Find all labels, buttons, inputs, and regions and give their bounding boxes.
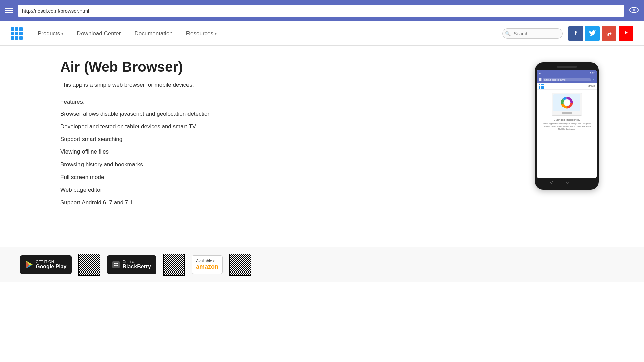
main-content: Air (Web Browser) This app is a simple w… — [0, 46, 644, 247]
blackberry-name: BlackBerry — [122, 264, 151, 270]
google-play-name: Google Play — [36, 264, 66, 270]
phone-recent-icon: □ — [581, 180, 584, 185]
phone-url-text: http://nosql.co.nf/#bi — [543, 78, 591, 81]
phone-time: 5:02 — [590, 72, 595, 74]
googleplus-icon: g+ — [606, 31, 612, 36]
feature-item: Browsing history and bookmarks — [60, 161, 517, 169]
nav-search-area — [502, 28, 563, 39]
twitter-icon — [589, 29, 596, 37]
feature-item: Full screen mode — [60, 173, 517, 181]
phone-screen: ▪▪ 5:02 ☰ http://nosql.co.nf/#bi ✓ — [537, 70, 597, 178]
nav-documentation[interactable]: Documentation — [127, 21, 179, 46]
svg-point-17 — [115, 265, 117, 266]
svg-rect-12 — [112, 261, 120, 268]
nav-resources[interactable]: Resources ▾ — [179, 21, 223, 46]
phone-content-area: Business Intelligence. Mobile applicatio… — [537, 90, 597, 178]
feature-item: Support Android 6, 7 and 7.1 — [60, 199, 517, 207]
youtube-button[interactable] — [619, 26, 633, 41]
phone-mockup: ▪▪ 5:02 ☰ http://nosql.co.nf/#bi ✓ — [535, 62, 599, 190]
svg-point-2 — [633, 9, 635, 11]
search-input[interactable] — [502, 28, 563, 39]
phone-status-bar: ▪▪ 5:02 — [537, 70, 597, 76]
phone-bi-desc: Mobile application to build your BI logi… — [540, 123, 594, 130]
google-play-icon — [25, 260, 33, 269]
browser-chrome: http://nosql.co.nf/browser.html — [0, 0, 644, 21]
amazon-qr — [229, 254, 251, 276]
eye-icon[interactable] — [629, 6, 639, 15]
feature-item: Support smart searching — [60, 135, 517, 143]
phone-home-icon: ○ — [566, 180, 569, 185]
amazon-button[interactable]: Available at amazon — [192, 255, 223, 274]
google-play-button[interactable]: GET IT ON Google Play — [20, 255, 72, 274]
feature-item: Browser allows disable javascript and ge… — [60, 110, 517, 118]
blackberry-icon — [112, 261, 120, 268]
url-bar[interactable]: http://nosql.co.nf/browser.html — [18, 5, 624, 17]
blackberry-button[interactable]: Get it at BlackBerry — [107, 255, 156, 274]
google-play-qr — [78, 254, 100, 276]
content-right: ▪▪ 5:02 ☰ http://nosql.co.nf/#bi ✓ — [530, 59, 604, 233]
phone-nav-area: MENU — [537, 83, 597, 90]
navigation-bar: Products ▾ Download Center Documentation… — [0, 21, 644, 46]
google-play-label: GET IT ON — [36, 260, 66, 264]
phone-notch — [557, 66, 577, 68]
features-label: Features: — [60, 99, 517, 105]
search-wrap — [502, 28, 563, 39]
amazon-label: Available at — [196, 259, 218, 263]
phone-menu-label: MENU — [588, 85, 595, 87]
social-icons: f g+ — [568, 26, 633, 41]
blackberry-text-col: Get it at BlackBerry — [122, 260, 151, 270]
amazon-logo: amazon — [196, 263, 218, 270]
svg-point-15 — [117, 263, 118, 264]
phone-checkmark-icon: ✓ — [592, 78, 595, 81]
features-list: Browser allows disable javascript and ge… — [60, 110, 517, 206]
feature-item: Developed and tested on tablet devices a… — [60, 123, 517, 131]
feature-item: Web page editor — [60, 186, 517, 194]
logo-icon[interactable] — [11, 27, 23, 40]
phone-menu-icon: ☰ — [539, 78, 542, 81]
phone-back-icon: ◁ — [550, 180, 553, 185]
phone-monitor-wrap — [552, 93, 582, 116]
facebook-icon: f — [575, 30, 577, 37]
phone-monitor-screen — [553, 94, 580, 111]
page-title: Air (Web Browser) — [60, 59, 517, 75]
phone-monitor-stand — [562, 112, 572, 114]
svg-point-16 — [114, 265, 115, 266]
phone-url-bar: ☰ http://nosql.co.nf/#bi ✓ — [537, 76, 597, 83]
amazon-text-col: Available at amazon — [196, 259, 218, 270]
svg-point-14 — [115, 263, 117, 264]
feature-item: Viewing offline files — [60, 148, 517, 156]
google-play-text-col: GET IT ON Google Play — [36, 260, 66, 270]
products-dropdown-arrow: ▾ — [61, 31, 63, 36]
googleplus-button[interactable]: g+ — [602, 26, 616, 41]
phone-bottom-bar: ◁ ○ □ — [537, 178, 597, 186]
blackberry-label: Get it at — [122, 260, 151, 264]
phone-bi-title: Business Intelligence. — [554, 118, 580, 121]
phone-battery-icon: ▪▪ — [539, 72, 541, 74]
resources-dropdown-arrow: ▾ — [215, 31, 217, 36]
donut-chart — [560, 96, 574, 109]
nav-products[interactable]: Products ▾ — [31, 21, 70, 46]
nav-items: Products ▾ Download Center Documentation… — [31, 21, 502, 46]
store-section: GET IT ON Google Play Get it at BlackBer… — [0, 247, 644, 282]
phone-logo-icon — [539, 84, 544, 89]
page-description: This app is a simple web browser for mob… — [60, 82, 517, 88]
twitter-button[interactable] — [585, 26, 600, 41]
url-text: http://nosql.co.nf/browser.html — [22, 8, 89, 14]
facebook-button[interactable]: f — [568, 26, 583, 41]
youtube-icon — [622, 30, 630, 37]
svg-point-18 — [117, 265, 118, 266]
svg-point-11 — [564, 100, 570, 106]
hamburger-menu-icon[interactable] — [5, 8, 13, 13]
nav-download-center[interactable]: Download Center — [70, 21, 127, 46]
content-left: Air (Web Browser) This app is a simple w… — [60, 59, 517, 233]
svg-point-13 — [114, 263, 115, 264]
blackberry-qr — [163, 254, 185, 276]
